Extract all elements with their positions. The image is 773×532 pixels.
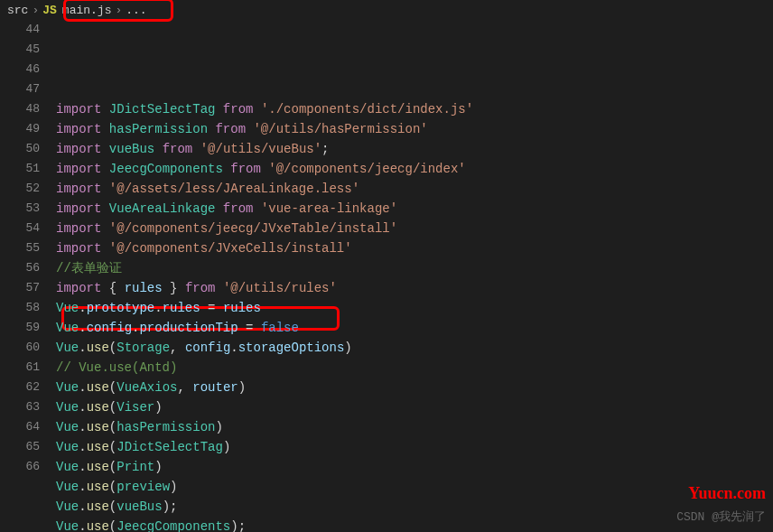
line-number: 59 <box>0 318 40 338</box>
line-number: 45 <box>0 40 40 60</box>
line-number: 61 <box>0 358 40 378</box>
line-number: 49 <box>0 119 40 139</box>
line-number: 62 <box>0 378 40 397</box>
code-line[interactable]: Vue.use(Viser) <box>56 397 773 417</box>
breadcrumb-file[interactable]: main.js <box>62 4 112 17</box>
line-number: 60 <box>0 338 40 358</box>
breadcrumb-trail[interactable]: ... <box>126 4 146 17</box>
code-editor[interactable]: 4445464748495051525354555657585960616263… <box>0 20 773 532</box>
line-number: 50 <box>0 139 40 159</box>
breadcrumb[interactable]: src › JS main.js › ... <box>0 0 773 20</box>
code-line[interactable]: Vue.use(preview) <box>56 477 773 497</box>
line-number: 47 <box>0 79 40 99</box>
code-line[interactable]: //表单验证 <box>56 258 773 278</box>
code-line[interactable]: import JeecgComponents from '@/component… <box>56 159 773 179</box>
line-number: 48 <box>0 99 40 119</box>
code-line[interactable]: import hasPermission from '@/utils/hasPe… <box>56 119 773 139</box>
line-number: 64 <box>0 417 40 437</box>
code-line[interactable]: Vue.use(JDictSelectTag) <box>56 437 773 457</box>
code-line[interactable]: Vue.config.productionTip = false <box>56 318 773 338</box>
chevron-right-icon: › <box>32 4 39 17</box>
code-line[interactable]: import '@/components/JVxeCells/install' <box>56 238 773 258</box>
line-number: 56 <box>0 258 40 278</box>
code-line[interactable]: Vue.use(VueAxios, router) <box>56 378 773 397</box>
line-number: 63 <box>0 397 40 417</box>
code-line[interactable]: Vue.use(Storage, config.storageOptions) <box>56 338 773 358</box>
code-line[interactable]: Vue.use(JeecgComponents); <box>56 517 773 532</box>
code-line[interactable]: import vueBus from '@/utils/vueBus'; <box>56 139 773 159</box>
line-number: 52 <box>0 179 40 199</box>
line-number: 46 <box>0 60 40 79</box>
js-file-icon: JS <box>42 4 57 17</box>
code-line[interactable]: Vue.use(vueBus); <box>56 497 773 517</box>
code-line[interactable]: import VueAreaLinkage from 'vue-area-lin… <box>56 199 773 219</box>
code-line[interactable]: import { rules } from '@/utils/rules' <box>56 278 773 298</box>
chevron-right-icon: › <box>115 4 122 17</box>
code-line[interactable]: Vue.use(hasPermission) <box>56 417 773 437</box>
breadcrumb-root[interactable]: src <box>7 4 28 17</box>
line-number: 66 <box>0 457 40 477</box>
line-number: 65 <box>0 437 40 457</box>
line-number: 51 <box>0 159 40 179</box>
code-area[interactable]: import JDictSelectTag from './components… <box>56 20 773 532</box>
code-line[interactable]: // Vue.use(Antd) <box>56 358 773 378</box>
code-line[interactable]: Vue.prototype.rules = rules <box>56 298 773 318</box>
code-line[interactable]: Vue.use(Print) <box>56 457 773 477</box>
code-line[interactable]: import JDictSelectTag from './components… <box>56 99 773 119</box>
line-number: 55 <box>0 238 40 258</box>
code-line[interactable]: import '@/components/jeecg/JVxeTable/ins… <box>56 219 773 238</box>
line-number: 57 <box>0 278 40 298</box>
line-number: 44 <box>0 20 40 40</box>
line-number: 54 <box>0 219 40 238</box>
watermark-site: Yuucn.com <box>688 484 766 503</box>
code-line[interactable]: import '@/assets/less/JAreaLinkage.less' <box>56 179 773 199</box>
line-number: 58 <box>0 298 40 318</box>
line-number-gutter: 4445464748495051525354555657585960616263… <box>0 20 56 532</box>
watermark-csdn: CSDN @我先润了 <box>676 509 766 525</box>
line-number: 53 <box>0 199 40 219</box>
